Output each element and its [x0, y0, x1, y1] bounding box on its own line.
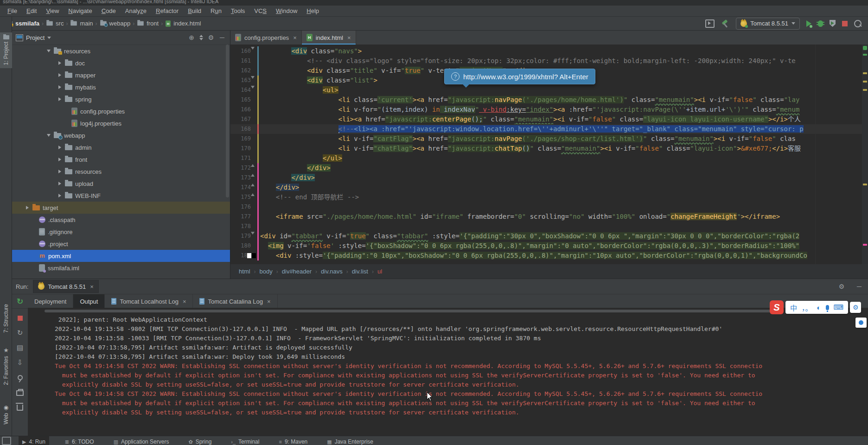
tree-item-spring[interactable]: spring	[12, 93, 230, 105]
microphone-icon[interactable]	[826, 305, 829, 310]
tree-arrow-icon[interactable]	[57, 146, 63, 149]
menu-item-build[interactable]: Build	[183, 7, 206, 14]
run-tab-output[interactable]: Output	[73, 294, 105, 308]
code-line-172[interactable]: 172 </div>	[230, 163, 868, 173]
keyboard-icon[interactable]: ⌨	[834, 303, 844, 312]
layout-icon[interactable]: ▤	[16, 344, 24, 351]
tree-item-resources[interactable]: resources	[12, 45, 230, 57]
tree-item-ssmilafa-iml[interactable]: ssmilafa.iml	[12, 262, 230, 274]
tree-item-target[interactable]: target	[12, 202, 230, 214]
code-line-167[interactable]: 167 <li><a href="javascript:centerPage()…	[230, 114, 868, 124]
breadcrumb-item-main[interactable]: main	[70, 20, 93, 27]
locate-file-icon[interactable]: ⊕	[187, 34, 196, 41]
menu-item-edit[interactable]: Edit	[22, 7, 41, 14]
open-in-browser-icon[interactable]	[705, 19, 715, 28]
tree-item-log4j-properties[interactable]: log4j.properties	[12, 117, 230, 129]
code-line-180[interactable]: 180 <img v-if='false' :style='{"boxShado…	[230, 241, 868, 251]
code-line-181[interactable]: 181 <div :style='{"padding":"0 10px","bo…	[230, 251, 868, 261]
clear-icon[interactable]	[16, 403, 24, 411]
build-hammer-icon[interactable]	[721, 19, 729, 28]
tree-arrow-icon[interactable]	[57, 73, 63, 77]
tree-item-front[interactable]: front	[12, 153, 230, 165]
tree-item-gitignore[interactable]: .gitignore	[12, 226, 230, 238]
run-configuration-select[interactable]: Tomcat 8.5.51	[736, 18, 800, 30]
tree-item-doc[interactable]: doc	[12, 57, 230, 69]
code-line-165[interactable]: 165 <li class='current'><a href="javascr…	[230, 95, 868, 105]
stop-button[interactable]	[842, 21, 848, 26]
tree-item-pom-xml[interactable]: mpom.xml	[12, 250, 230, 262]
ime-settings-icon[interactable]: ⚙	[850, 302, 861, 313]
run-tab-tomcat-localhost-log[interactable]: Tomcat Localhost Log×	[105, 294, 193, 308]
hide-panel-icon[interactable]: ─	[218, 34, 226, 41]
menu-item-tools[interactable]: Tools	[226, 7, 249, 14]
editor-breadcrumb-body[interactable]: body	[260, 268, 273, 275]
code-line-178[interactable]: 178	[230, 222, 868, 231]
print-icon[interactable]	[16, 388, 24, 396]
tree-arrow-icon[interactable]	[57, 194, 63, 197]
menu-item-analyze[interactable]: Analyze	[121, 7, 151, 14]
menu-item-window[interactable]: Window	[271, 7, 302, 14]
tree-arrow-icon[interactable]	[57, 61, 63, 65]
tool-window-toggle-icon[interactable]	[2, 437, 11, 445]
bottom-bar-application-servers[interactable]: ▥Application Servers	[110, 436, 173, 445]
tool-stripe-web[interactable]: ◉ Web	[0, 404, 12, 424]
bottom-bar-9-maven[interactable]: ≡9: Maven	[275, 436, 311, 445]
color-swatches[interactable]	[247, 253, 256, 258]
close-icon[interactable]: ×	[347, 34, 351, 41]
menu-item-refactor[interactable]: Refactor	[151, 7, 183, 14]
code-line-168[interactable]: 168 <!--<li><a :href="'javascript:window…	[230, 124, 868, 134]
gear-icon[interactable]: ⚙	[207, 34, 215, 41]
code-line-160[interactable]: 160 <div class="navs">	[230, 46, 868, 56]
pin-icon[interactable]	[16, 374, 24, 381]
tree-arrow-icon[interactable]	[57, 158, 63, 161]
ime-punctuation-icon[interactable]: ，。	[802, 303, 812, 312]
stop-icon[interactable]	[16, 314, 24, 322]
code-line-166[interactable]: 166 <li v-for="(item,index) in indexNav"…	[230, 105, 868, 114]
editor-breadcrumb-ul[interactable]: ul	[377, 268, 382, 275]
code-line-179[interactable]: 179<div id="tabbar" v-if="true" class="t…	[230, 231, 868, 241]
code-line-173[interactable]: 173 </div>	[230, 173, 868, 183]
collapse-all-icon[interactable]	[198, 34, 204, 41]
debug-button[interactable]	[818, 20, 823, 27]
bottom-bar-6-todo[interactable]: ≣6: TODO	[61, 436, 98, 445]
inspection-status-icon[interactable]	[863, 46, 867, 50]
run-button[interactable]	[806, 20, 811, 27]
scroll-end-icon[interactable]: ⇩	[16, 359, 24, 366]
ime-halfwidth-icon[interactable]: ◐	[817, 304, 821, 312]
rerun-icon[interactable]: ↻	[16, 329, 24, 337]
code-line-174[interactable]: 174 </div>	[230, 183, 868, 192]
tab-index-html[interactable]: index.html ×	[302, 31, 356, 44]
code-line-175[interactable]: 175 <!-- end 顶部导航栏 -->	[230, 192, 868, 202]
tree-item-project[interactable]: .project	[12, 238, 230, 250]
breadcrumb-item-src[interactable]: src	[46, 20, 64, 27]
tree-arrow-icon[interactable]	[45, 50, 52, 52]
tree-item-resources[interactable]: resources	[12, 165, 230, 178]
tree-arrow-icon[interactable]	[24, 206, 31, 210]
tree-item-mapper[interactable]: mapper	[12, 69, 230, 81]
menu-item-navigate[interactable]: Navigate	[64, 7, 96, 14]
tree-item-webapp[interactable]: webapp	[12, 129, 230, 141]
bottom-bar-java-enterprise[interactable]: ▦Java Enterprise	[323, 436, 377, 445]
code-line-164[interactable]: 164 <ul>	[230, 85, 868, 95]
tree-arrow-icon[interactable]	[57, 97, 63, 101]
tree-arrow-icon[interactable]	[57, 170, 63, 173]
project-view-chevron-icon[interactable]	[47, 37, 51, 39]
rerun-server-icon[interactable]: ↻	[12, 294, 28, 308]
tree-arrow-icon[interactable]	[57, 85, 63, 89]
breadcrumb-item-webapp[interactable]: webapp	[100, 20, 131, 27]
bottom-bar-terminal[interactable]: ›_Terminal	[227, 436, 263, 445]
breadcrumb-item-front[interactable]: front	[137, 20, 159, 27]
intention-tooltip[interactable]: ? http://www.w3.org/1999/xhtml? Alt+Ente…	[444, 69, 595, 84]
project-panel-title[interactable]: Project	[26, 34, 45, 41]
code-line-177[interactable]: 177 <iframe src="./pages/home/home.html"…	[230, 212, 868, 222]
breadcrumb-item-index-html[interactable]: index.html	[165, 20, 201, 27]
console-horizontal-scrollbar[interactable]	[45, 310, 772, 312]
run-tab-tomcat-catalina-log[interactable]: Tomcat Catalina Log×	[193, 294, 277, 308]
tool-stripe-project[interactable]: 1: Project	[0, 32, 12, 68]
editor-breadcrumb-div-list[interactable]: div.list	[352, 268, 368, 275]
sogou-logo-icon[interactable]: S	[770, 300, 784, 314]
hide-panel-icon[interactable]: ─	[855, 283, 863, 290]
tree-item-upload[interactable]: upload	[12, 178, 230, 190]
tree-arrow-icon[interactable]	[57, 182, 63, 185]
tree-item-classpath[interactable]: .classpath	[12, 214, 230, 226]
